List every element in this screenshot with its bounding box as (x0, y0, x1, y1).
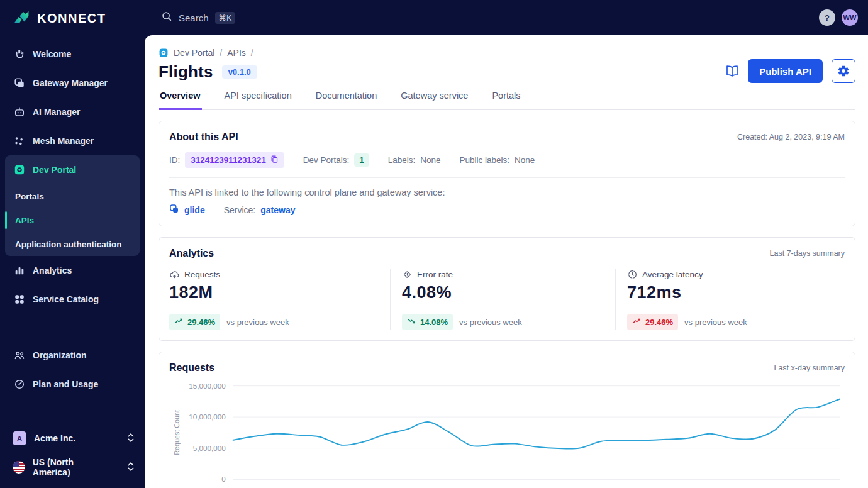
linked-row: glide Service: gateway (169, 204, 845, 216)
about-divider (169, 177, 845, 178)
sidebar-item-welcome[interactable]: Welcome (0, 40, 145, 69)
svg-text:0: 0 (221, 475, 226, 483)
publish-api-button[interactable]: Publish API (748, 59, 823, 83)
tab-overview[interactable]: Overview (159, 91, 202, 110)
tab-documentation[interactable]: Documentation (314, 91, 379, 109)
metric-value: 4.08% (402, 283, 615, 302)
chevron-up-down-icon (127, 461, 135, 474)
tab-api-specification[interactable]: API specification (223, 91, 293, 109)
cloud-icon (169, 269, 180, 280)
breadcrumb-separator: / (220, 48, 222, 58)
topbar: Search ⌘K ? WW (145, 0, 868, 35)
delta-badge: 14.08% (402, 314, 453, 330)
sidebar-bottom: A Acme Inc. US (North America) (0, 424, 145, 482)
about-card: About this API Created: Aug 2, 2023, 9:1… (159, 121, 855, 226)
tab-gateway-service[interactable]: Gateway service (399, 91, 469, 109)
region-switcher[interactable]: US (North America) (0, 453, 145, 482)
sidebar-subitem-label: Portals (15, 192, 44, 201)
search-shortcut: ⌘K (215, 12, 236, 24)
search-icon (161, 11, 172, 25)
sidebar-item-label: Welcome (33, 49, 71, 59)
metric-requests: Requests 182M 29.46% vs previous (169, 269, 390, 330)
diamond-alert-icon (402, 269, 413, 280)
gateway-service-link[interactable]: gateway (260, 205, 295, 215)
metric-value: 712ms (627, 283, 845, 302)
requests-line-chart: 15,000,00010,000,0005,000,0000Request Co… (169, 377, 845, 488)
sidebar-item-gateway-manager[interactable]: Gateway Manager (0, 69, 145, 97)
kong-logo-icon (13, 8, 30, 28)
sidebar-item-apis[interactable]: APIs (5, 208, 140, 232)
trend-up-icon (174, 316, 184, 328)
main-content: Dev Portal / APIs / Flights v0.1.0 Publi… (145, 35, 868, 488)
labels-value: None (420, 155, 440, 165)
trend-down-icon (407, 316, 416, 328)
sidebar-item-analytics[interactable]: Analytics (0, 256, 145, 285)
gear-icon (837, 65, 850, 77)
id-label: ID: (169, 155, 180, 165)
gateway-manager-icon (14, 77, 25, 89)
linked-description: This API is linked to the following cont… (169, 187, 845, 197)
sidebar-item-label: Gateway Manager (33, 78, 108, 88)
org-switcher[interactable]: A Acme Inc. (0, 424, 145, 453)
breadcrumb-apis[interactable]: APIs (227, 48, 246, 58)
app: KONNECT Welcome Gat (0, 0, 868, 488)
sidebar-item-label: Organization (33, 350, 87, 360)
dev-portals-label: Dev Portals: (303, 155, 350, 165)
chart-wrap: 15,000,00010,000,0005,000,0000Request Co… (169, 377, 845, 488)
org-avatar: A (13, 431, 26, 445)
sidebar-item-label: Plan and Usage (33, 379, 98, 389)
region-switcher-label: US (North America) (33, 457, 112, 477)
sidebar-item-service-catalog[interactable]: Service Catalog (0, 285, 145, 314)
public-labels-value: None (515, 155, 535, 165)
metric-label: Error rate (417, 270, 453, 279)
grid-icon (14, 294, 25, 305)
delta-value: 29.46% (187, 318, 215, 327)
service-label: Service: (224, 205, 256, 215)
gauge-icon (14, 379, 25, 390)
page-title: Flights (159, 62, 213, 82)
sidebar-item-label: Dev Portal (33, 165, 76, 175)
tab-bar: Overview API specification Documentation… (159, 91, 855, 110)
user-avatar[interactable]: WW (842, 9, 858, 26)
breadcrumb-dev-portal[interactable]: Dev Portal (174, 48, 214, 58)
sidebar-item-label: Service Catalog (33, 294, 99, 304)
sidebar-item-label: Analytics (33, 265, 72, 275)
copy-icon[interactable] (270, 155, 279, 165)
sidebar-item-ai-manager[interactable]: AI Manager (0, 97, 145, 126)
docs-book-button[interactable] (725, 65, 739, 77)
bar-chart-icon (14, 265, 25, 276)
sidebar-item-plan-and-usage[interactable]: Plan and Usage (0, 370, 145, 399)
sidebar-nav: Welcome Gateway Manager (0, 40, 145, 399)
svg-text:Request Count: Request Count (173, 410, 181, 455)
svg-text:5,000,000: 5,000,000 (193, 444, 226, 452)
help-button[interactable]: ? (819, 9, 835, 26)
sidebar-item-label: Mesh Manager (33, 136, 94, 146)
analytics-summary-note: Last 7-days summary (770, 249, 845, 258)
metric-label: Average latency (642, 270, 703, 279)
svg-text:10,000,000: 10,000,000 (189, 413, 226, 421)
org-switcher-label: Acme Inc. (34, 433, 75, 443)
metric-average-latency: Average latency 712ms 29.46% vs p (615, 269, 845, 330)
sidebar-item-application-authentication[interactable]: Application authentication (5, 232, 140, 256)
chevron-up-down-icon (127, 432, 135, 445)
control-plane-icon (169, 204, 179, 216)
api-id-pill[interactable]: 3124123911231321 (185, 152, 284, 168)
delta-value: 29.46% (645, 318, 673, 327)
control-plane-link[interactable]: glide (184, 205, 205, 215)
brand: KONNECT (0, 0, 145, 40)
global-search[interactable]: Search ⌘K (161, 11, 235, 25)
created-timestamp: Created: Aug 2, 2023, 9:19 AM (737, 133, 845, 141)
mesh-dots-icon (14, 135, 25, 147)
sidebar-item-organization[interactable]: Organization (0, 341, 145, 370)
api-meta-row: ID: 3124123911231321 Dev Portals: 1 Labe… (169, 152, 845, 168)
dev-portal-breadcrumb-icon (159, 48, 169, 58)
settings-gear-button[interactable] (832, 59, 855, 83)
tab-portals[interactable]: Portals (491, 91, 521, 109)
requests-chart-card: Requests Last x-day summary 15,000,00010… (159, 352, 855, 488)
sidebar-item-mesh-manager[interactable]: Mesh Manager (0, 126, 145, 155)
api-id-value: 3124123911231321 (191, 155, 265, 165)
wave-hand-icon (14, 48, 25, 60)
version-badge: v0.1.0 (222, 65, 257, 79)
sidebar-item-dev-portal[interactable]: Dev Portal (5, 155, 140, 184)
sidebar-item-portals[interactable]: Portals (5, 184, 140, 208)
